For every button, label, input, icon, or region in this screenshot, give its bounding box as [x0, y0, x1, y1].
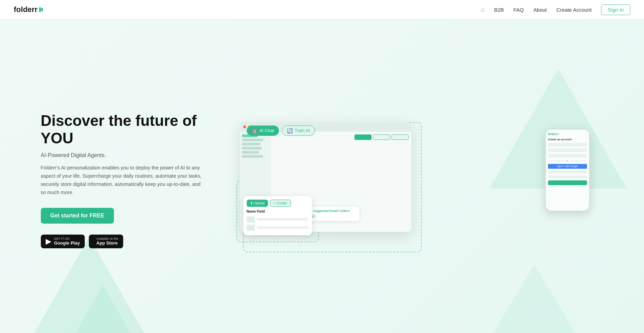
hero-section: Discover the future of YOU AI-Powered Di… — [0, 0, 644, 333]
sidebar-mock-5 — [242, 151, 259, 154]
hero-left: Discover the future of YOU AI-Powered Di… — [41, 112, 206, 248]
phone-field-3 — [548, 154, 587, 157]
fcard-thumb-1 — [247, 216, 255, 223]
train-ai-icon: 🔄 — [287, 128, 293, 133]
app-store-badge[interactable]: Available on the App Store — [89, 235, 123, 248]
train-ai-label: Train AI — [295, 128, 310, 133]
action-btn-2 — [373, 134, 390, 140]
upload-btn[interactable]: ⬆ Upload — [247, 200, 268, 207]
hero-subtitle: AI-Powered Digital Agents. — [41, 152, 206, 158]
nav-about[interactable]: About — [534, 7, 547, 13]
sidebar-mock-6 — [242, 155, 263, 158]
action-btn-3 — [391, 134, 409, 140]
ai-chat-label: AI Chat — [259, 128, 274, 133]
google-play-name: Google Play — [54, 240, 80, 246]
hero-title: Discover the future of YOU — [41, 112, 206, 147]
decor-tri-4 — [493, 264, 575, 333]
phone-logo: folderrr — [548, 132, 587, 136]
hero-visual: 🤖 AI Chat 🔄 Train AI — [226, 105, 604, 256]
hero-tabs: 🤖 AI Chat 🔄 Train AI — [247, 126, 315, 136]
google-play-icon: ▶ — [46, 237, 51, 246]
fcard-line-1 — [257, 218, 308, 221]
hero-description: Folderr's AI personalization enables you… — [41, 164, 206, 197]
floating-upload-card: ⬆ Upload + Create Name Field — [243, 196, 312, 235]
google-play-text: GET IT ON Google Play — [54, 237, 80, 246]
logo-text: folderr — [14, 5, 38, 14]
phone-heading: Create an account — [548, 138, 587, 141]
train-ai-tab[interactable]: 🔄 Train AI — [282, 126, 315, 136]
logo-icon — [39, 7, 43, 12]
ai-chat-tab[interactable]: 🤖 AI Chat — [247, 126, 279, 136]
app-store-text: Available on the App Store — [96, 237, 118, 246]
get-started-button[interactable]: Get started for FREE — [41, 208, 114, 224]
nav-faq[interactable]: FAQ — [514, 7, 524, 13]
fcard-line-2 — [257, 226, 308, 229]
hero-visual-wrap: 🤖 AI Chat 🔄 Train AI — [226, 122, 604, 232]
sidebar-mock-4 — [242, 147, 262, 150]
fcard-thumb-2 — [247, 225, 255, 231]
name-field-label: Name Field — [247, 210, 308, 213]
app-store-small: Available on the — [96, 237, 118, 240]
phone-field-1 — [548, 143, 587, 146]
action-btn-1 — [354, 134, 372, 140]
floating-card-header: ⬆ Upload + Create — [247, 200, 308, 207]
phone-submit-btn — [548, 180, 587, 185]
app-store-name: App Store — [96, 240, 118, 246]
home-icon[interactable]: ⌂ — [481, 6, 484, 13]
phone-field-5 — [548, 176, 587, 178]
google-play-badge[interactable]: ▶ GET IT ON Google Play — [41, 235, 85, 248]
phone-field-4 — [548, 171, 587, 174]
fcard-item-1 — [247, 215, 308, 224]
phone-google-btn: Sign in with Google — [548, 164, 587, 169]
phone-field-2 — [548, 148, 587, 152]
store-badges: ▶ GET IT ON Google Play Available on the… — [41, 235, 206, 248]
navbar: folderr ⌂ B2B FAQ About Create Account S… — [0, 0, 644, 19]
nav-b2b[interactable]: B2B — [494, 7, 504, 13]
google-play-small: GET IT ON — [54, 237, 80, 240]
nav-links: ⌂ B2B FAQ About Create Account Sign In — [481, 4, 630, 15]
sidebar-mock-2 — [242, 139, 263, 141]
decor-tri-2 — [75, 285, 130, 333]
fcard-item-2 — [247, 224, 308, 232]
sidebar-mock-3 — [242, 143, 261, 145]
phone-screen: folderrr Create an account or Sign in wi… — [546, 130, 589, 211]
brand-logo[interactable]: folderr — [14, 5, 43, 14]
hero-content: Discover the future of YOU AI-Powered Di… — [13, 105, 631, 256]
signin-button[interactable]: Sign In — [601, 4, 630, 15]
ai-chat-icon: 🤖 — [251, 128, 257, 133]
nav-create-account[interactable]: Create Account — [557, 7, 592, 13]
win-close-dot — [243, 126, 246, 128]
phone-mockup: folderrr Create an account or Sign in wi… — [545, 129, 590, 211]
create-btn[interactable]: + Create — [270, 200, 291, 207]
phone-social-row: or — [548, 159, 587, 162]
